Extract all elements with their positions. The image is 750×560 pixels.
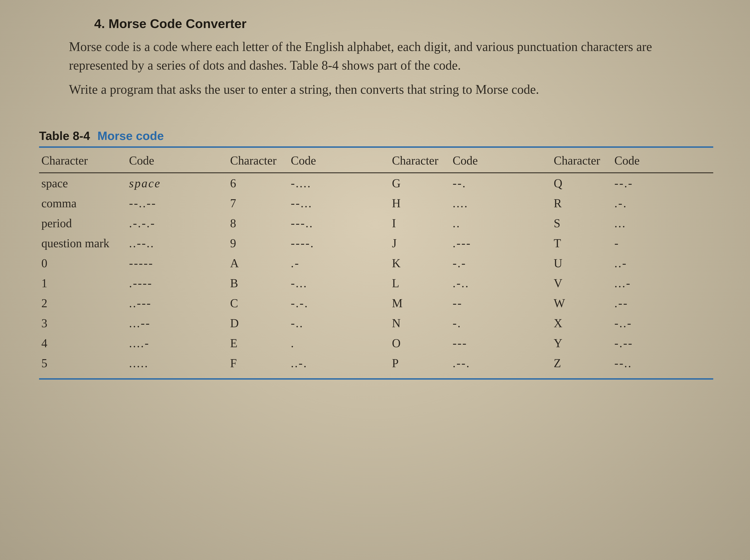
code-cell: --... (289, 193, 390, 213)
character-cell: M (390, 293, 450, 313)
table-body: spacespace6-....G--.Q--.-comma--..--7--.… (39, 173, 713, 377)
character-cell: 8 (228, 213, 289, 233)
code-cell: ... (612, 213, 713, 233)
table-row: 4....-E.O---Y-.-- (39, 333, 713, 353)
character-cell: C (228, 293, 289, 313)
code-cell: -.... (289, 173, 390, 193)
code-cell: -..- (612, 313, 713, 333)
code-cell: ....- (127, 333, 228, 353)
problem-heading: 4. Morse Code Converter (94, 16, 723, 31)
character-cell: U (551, 253, 612, 273)
code-cell: ..--.. (127, 233, 228, 253)
code-cell: ...-- (127, 313, 228, 333)
character-cell: space (39, 173, 127, 193)
code-cell: .-- (612, 293, 713, 313)
code-cell: .--- (450, 233, 551, 253)
table-header: Character Code Character Code Character … (39, 148, 713, 173)
code-cell: ----- (127, 253, 228, 273)
character-cell: A (228, 253, 289, 273)
table-row: comma--..--7--...H....R.-. (39, 193, 713, 213)
col-header-code-2: Code (289, 148, 390, 173)
character-cell: L (390, 273, 450, 293)
code-cell: - (612, 233, 713, 253)
col-header-code-4: Code (612, 148, 713, 173)
col-header-code-1: Code (127, 148, 228, 173)
character-cell: 1 (39, 273, 127, 293)
code-cell: .-.-.- (127, 213, 228, 233)
table-caption: Table 8-4 Morse code (39, 129, 713, 148)
character-cell: 2 (39, 293, 127, 313)
character-cell: X (551, 313, 612, 333)
character-cell: 4 (39, 333, 127, 353)
code-cell: space (127, 173, 228, 193)
code-cell: ..- (612, 253, 713, 273)
code-cell: .---- (127, 273, 228, 293)
code-cell: -.- (450, 253, 551, 273)
table-row: 0-----A.-K-.-U..- (39, 253, 713, 273)
character-cell: H (390, 193, 450, 213)
character-cell: period (39, 213, 127, 233)
table-row: 1.----B-...L.-..V...- (39, 273, 713, 293)
code-cell: --- (450, 333, 551, 353)
table-row: period.-.-.-8---..I..S... (39, 213, 713, 233)
table-title: Morse code (97, 129, 164, 142)
textbook-page: 4. Morse Code Converter Morse code is a … (0, 0, 750, 560)
character-cell: G (390, 173, 450, 193)
code-cell: -- (450, 293, 551, 313)
col-header-character-3: Character (390, 148, 450, 173)
table-label: Table 8-4 (39, 129, 90, 142)
col-header-character-4: Character (551, 148, 612, 173)
character-cell: Y (551, 333, 612, 353)
code-cell: --.- (612, 173, 713, 193)
character-cell: P (390, 353, 450, 377)
code-cell: --..-- (127, 193, 228, 213)
character-cell: Z (551, 353, 612, 377)
code-cell: ---.. (289, 213, 390, 233)
code-cell-italic: space (129, 177, 161, 190)
code-cell: -.. (289, 313, 390, 333)
col-header-character-2: Character (228, 148, 289, 173)
col-header-character-1: Character (39, 148, 127, 173)
character-cell: T (551, 233, 612, 253)
code-cell: -... (289, 273, 390, 293)
character-cell: F (228, 353, 289, 377)
morse-table-wrap: Table 8-4 Morse code Character Code Char… (39, 129, 713, 380)
code-cell: .. (450, 213, 551, 233)
code-cell: ...- (612, 273, 713, 293)
code-cell: --. (450, 173, 551, 193)
problem-paragraph-1: Morse code is a code where each letter o… (69, 37, 711, 75)
character-cell: comma (39, 193, 127, 213)
character-cell: D (228, 313, 289, 333)
table-row: 3...--D-..N-.X-..- (39, 313, 713, 333)
code-cell: -.-. (289, 293, 390, 313)
table-bottom-rule (39, 378, 713, 380)
code-cell: .--. (450, 353, 551, 377)
character-cell: 5 (39, 353, 127, 377)
character-cell: V (551, 273, 612, 293)
table-row: 2..---C-.-.M--W.-- (39, 293, 713, 313)
character-cell: 7 (228, 193, 289, 213)
character-cell: 6 (228, 173, 289, 193)
character-cell: question mark (39, 233, 127, 253)
character-cell: B (228, 273, 289, 293)
problem-paragraph-2: Write a program that asks the user to en… (69, 80, 711, 99)
code-cell: . (289, 333, 390, 353)
code-cell: .-. (612, 193, 713, 213)
col-header-code-3: Code (450, 148, 551, 173)
character-cell: W (551, 293, 612, 313)
character-cell: N (390, 313, 450, 333)
character-cell: O (390, 333, 450, 353)
character-cell: J (390, 233, 450, 253)
code-cell: .... (450, 193, 551, 213)
code-cell: ..--- (127, 293, 228, 313)
code-cell: ..... (127, 353, 228, 377)
code-cell: .- (289, 253, 390, 273)
code-cell: .-.. (450, 273, 551, 293)
character-cell: 0 (39, 253, 127, 273)
code-cell: ----. (289, 233, 390, 253)
morse-code-table: Character Code Character Code Character … (39, 148, 713, 377)
code-cell: -.-- (612, 333, 713, 353)
character-cell: 3 (39, 313, 127, 333)
code-cell: ..-. (289, 353, 390, 377)
table-row: question mark..--..9----.J.---T- (39, 233, 713, 253)
